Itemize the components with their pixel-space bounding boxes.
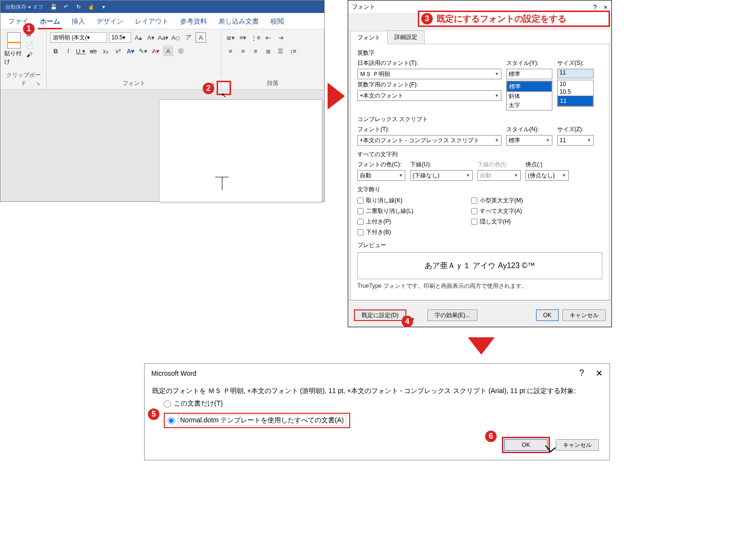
tab-design[interactable]: デザイン — [91, 14, 129, 29]
cancel-button[interactable]: キャンセル — [556, 439, 599, 451]
confirm-titlebar: Microsoft Word ? ✕ — [145, 364, 610, 383]
shrink-font-icon[interactable]: A▾ — [146, 32, 156, 43]
text-effects-icon[interactable]: A▾ — [125, 46, 136, 56]
document-page[interactable] — [159, 99, 322, 202]
chk-hidden[interactable]: 隠し文字(H) — [471, 218, 523, 226]
chk-super[interactable]: 上付き(P) — [357, 218, 414, 226]
step-badge-4: 4 — [402, 316, 413, 327]
close-icon[interactable]: × — [604, 3, 608, 11]
chevron-down-icon: ▼ — [587, 138, 591, 143]
subscript-button[interactable]: x₂ — [100, 46, 111, 56]
bold-button[interactable]: B — [50, 46, 61, 56]
save-icon[interactable]: 💾 — [50, 3, 58, 11]
tab-references[interactable]: 参考資料 — [174, 14, 213, 29]
superscript-button[interactable]: x² — [113, 46, 123, 56]
distribute-icon[interactable]: ☰ — [275, 46, 286, 56]
copy-icon[interactable]: 📄 — [26, 42, 35, 49]
touch-mode-icon[interactable]: ☝ — [87, 3, 95, 11]
underline-select[interactable]: (下線なし)▼ — [410, 170, 473, 181]
emph-select[interactable]: (傍点なし)▼ — [525, 170, 569, 181]
inc-indent-icon[interactable]: ⇥ — [275, 32, 286, 43]
list-item[interactable]: 11 — [558, 96, 593, 106]
step-badge-2: 2 — [203, 83, 214, 94]
font-size-combo[interactable]: 10.5 ▾ — [109, 32, 131, 43]
underline-button[interactable]: U ▾ — [75, 46, 86, 56]
radio-this-doc[interactable]: この文書だけ(T) — [164, 399, 602, 408]
qat-more-icon[interactable]: ▾ — [100, 3, 108, 11]
section-preview: プレビュー — [357, 241, 602, 249]
undo-icon[interactable]: ↶ — [62, 3, 70, 11]
cx-style-select[interactable]: 標準▼ — [506, 135, 552, 146]
help-icon[interactable]: ? — [593, 3, 597, 11]
chk-smallcaps[interactable]: 小型英大文字(M) — [471, 197, 523, 205]
redo-icon[interactable]: ↻ — [75, 3, 83, 11]
chk-strike[interactable]: 取り消し線(K) — [357, 197, 414, 205]
list-item[interactable]: 斜体 — [507, 92, 552, 101]
emph-label: 傍点(:) — [525, 160, 569, 169]
cx-font-select[interactable]: +本文のフォント - コンプレックス スクリプト▼ — [357, 135, 501, 146]
numbering-icon[interactable]: ≡▾ — [238, 32, 248, 43]
line-spacing-icon[interactable]: ↕≡ — [288, 46, 298, 56]
latin-font-select[interactable]: +本文のフォント▼ — [357, 90, 501, 101]
jp-font-select[interactable]: ＭＳ Ｐ明朝▼ — [357, 69, 501, 79]
ok-button[interactable]: OK — [536, 309, 559, 321]
close-icon[interactable]: ✕ — [596, 368, 603, 379]
paste-button[interactable]: 貼り付け — [4, 32, 24, 66]
list-item[interactable]: 10 — [558, 80, 593, 88]
section-complex: コンプレックス スクリプト — [357, 115, 602, 123]
format-painter-icon[interactable]: 🖌 — [26, 51, 35, 59]
ok-button[interactable]: OK — [504, 439, 548, 451]
bullets-icon[interactable]: ≣▾ — [225, 32, 236, 43]
font-color-icon[interactable]: A▾ — [150, 46, 161, 56]
char-border-icon[interactable]: A — [195, 32, 206, 43]
style-listbox[interactable]: 標準 斜体 太字 — [506, 81, 552, 111]
group-paragraph: ≣▾ ≡▾ ⋮≡ ⇤ ⇥ ≡ ≡ ≡ ≣ ☰ ↕≡ 段落 — [221, 29, 324, 89]
multilevel-icon[interactable]: ⋮≡ — [250, 32, 261, 43]
strike-button[interactable]: ab — [88, 46, 98, 56]
help-icon[interactable]: ? — [579, 368, 584, 379]
chk-dblstrike[interactable]: 二重取り消し線(L) — [357, 207, 414, 215]
set-default-button[interactable]: 既定に設定(D) — [354, 309, 406, 321]
tab-font[interactable]: フォント — [350, 31, 388, 44]
align-right-icon[interactable]: ≡ — [250, 46, 261, 56]
justify-icon[interactable]: ≣ — [263, 46, 273, 56]
style-input[interactable]: 標準 — [506, 69, 552, 79]
tab-advanced[interactable]: 詳細設定 — [387, 30, 425, 44]
chk-allcaps[interactable]: すべて大文字(A) — [471, 207, 523, 215]
dec-indent-icon[interactable]: ⇤ — [263, 32, 273, 43]
list-item[interactable]: 太字 — [507, 101, 552, 110]
phonetic-guide-icon[interactable]: ア — [183, 32, 194, 43]
size-input[interactable]: 11 — [557, 69, 594, 78]
tab-insert[interactable]: 挿入 — [66, 14, 91, 29]
char-shading-icon[interactable]: A — [163, 46, 173, 56]
grow-font-icon[interactable]: A▴ — [133, 32, 144, 43]
tab-home[interactable]: ホーム — [34, 14, 66, 29]
cx-size-select[interactable]: 11▼ — [557, 135, 594, 146]
fontcolor-select[interactable]: 自動▼ — [357, 170, 405, 181]
italic-button[interactable]: I — [63, 46, 73, 56]
group-font: 游明朝 (本文(▾ 10.5 ▾ A▴ A▾ Aa▾ A◇ ア A B I U … — [47, 29, 221, 89]
align-left-icon[interactable]: ≡ — [225, 46, 236, 56]
chk-sub[interactable]: 下付き(B) — [357, 228, 414, 236]
font-name-combo[interactable]: 游明朝 (本文(▾ — [50, 32, 107, 43]
tab-mailings[interactable]: 差し込み文書 — [213, 14, 265, 29]
font-dialog-title: フォント — [352, 3, 375, 11]
clipboard-launcher-icon[interactable]: ↘ — [35, 81, 41, 87]
align-center-icon[interactable]: ≡ — [238, 46, 248, 56]
size-listbox[interactable]: 10 10.5 11 — [557, 80, 594, 107]
clear-format-icon[interactable]: A◇ — [171, 32, 181, 43]
tab-layout[interactable]: レイアウト — [129, 14, 174, 29]
chevron-down-icon: ▼ — [495, 72, 499, 76]
radio-all-docs[interactable]: Normal.dotm テンプレートを使用したすべての文書(A) — [164, 413, 350, 428]
confirm-message: 既定のフォントを ＭＳ Ｐ明朝, +本文のフォント (游明朝), 11 pt, … — [152, 387, 602, 395]
list-item[interactable]: 標準 — [507, 81, 552, 92]
change-case-icon[interactable]: Aa▾ — [158, 32, 169, 43]
document-area[interactable] — [0, 90, 324, 201]
list-item[interactable]: 10.5 — [558, 88, 593, 96]
highlight-icon[interactable]: ✎▾ — [138, 46, 148, 56]
text-effects-button[interactable]: 字の効果(E)... — [427, 309, 477, 321]
cancel-button[interactable]: キャンセル — [562, 309, 606, 321]
autosave-toggle[interactable]: 自動保存 ● オフ — [5, 3, 43, 11]
enclose-char-icon[interactable]: ㊛ — [175, 46, 186, 56]
tab-review[interactable]: 校閲 — [265, 14, 290, 29]
